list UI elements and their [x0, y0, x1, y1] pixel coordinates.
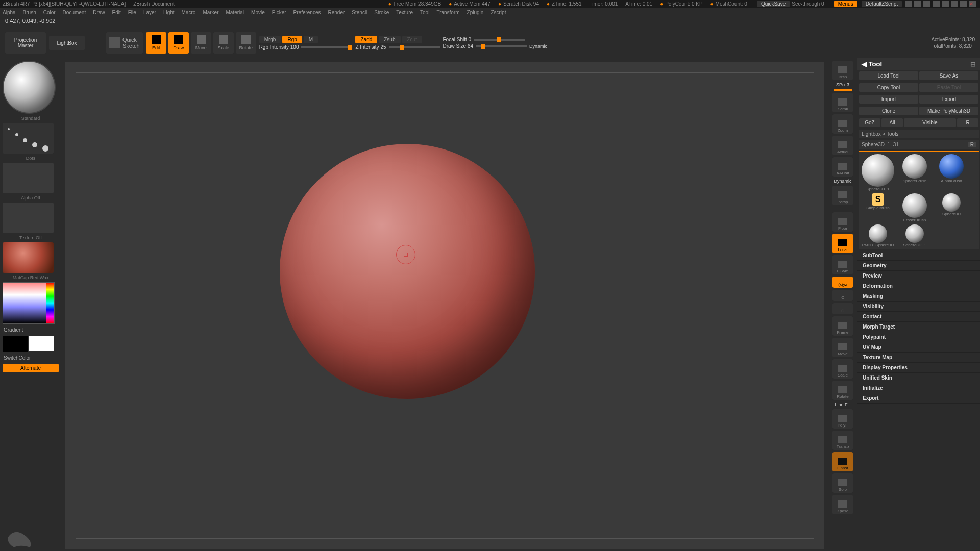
goz-r-button[interactable]: R [957, 118, 978, 127]
swatch-white[interactable] [29, 336, 54, 351]
local-button[interactable]: Local [832, 234, 853, 253]
load-tool-button[interactable]: Load Tool [859, 71, 918, 80]
panel-pin-icon[interactable]: ⊟ [970, 60, 976, 68]
alternate-button[interactable]: Alternate [3, 364, 59, 372]
menu-render[interactable]: Render [328, 10, 345, 15]
menu-edit[interactable]: Edit [112, 10, 121, 15]
goz-all-button[interactable]: All [881, 118, 903, 127]
y-button[interactable]: ⊙ [832, 290, 853, 301]
swatch-black[interactable] [3, 336, 28, 352]
window-icon[interactable] [933, 1, 940, 7]
draw-size-slider[interactable]: Draw Size 64Dynamic [443, 43, 547, 49]
scroll-button[interactable]: Scroll [832, 93, 853, 112]
menu-zplugin[interactable]: Zplugin [467, 10, 484, 15]
rotate-view-button[interactable]: Rotate [832, 381, 853, 400]
accordion-subtool[interactable]: SubTool [857, 251, 980, 261]
minimize-icon[interactable] [951, 1, 958, 7]
xpose-button[interactable]: Xpose [832, 495, 853, 514]
menus-toggle[interactable]: Menus [834, 1, 857, 7]
menu-layer[interactable]: Layer [143, 10, 156, 15]
clone-button[interactable]: Clone [859, 107, 918, 115]
polyf-button[interactable]: PolyF [832, 409, 853, 429]
window-icon[interactable] [923, 1, 930, 7]
tool-cell-AlphaBrush[interactable]: AlphaBrush [934, 154, 969, 191]
solo-button[interactable]: Solo [832, 473, 853, 493]
focal-shift-slider[interactable]: Focal Shift 0 [443, 37, 547, 42]
accordion-initialize[interactable]: Initialize [857, 383, 980, 393]
menu-movie[interactable]: Movie [251, 10, 265, 15]
tool-cell-Sphere3D_1[interactable]: Sphere3D_1 [897, 224, 932, 247]
accordion-polypaint[interactable]: Polypaint [857, 332, 980, 342]
goz-button[interactable]: GoZ [859, 118, 880, 127]
accordion-deformation[interactable]: Deformation [857, 281, 980, 291]
texture-slot[interactable] [3, 203, 54, 233]
save-as-button[interactable]: Save As [919, 71, 978, 80]
persp-button[interactable]: Persp [832, 186, 853, 205]
accordion-texture-map[interactable]: Texture Map [857, 353, 980, 363]
menu-stencil[interactable]: Stencil [352, 10, 367, 15]
z-intensity-slider[interactable]: Z Intensity 25 [355, 44, 439, 50]
actual-button[interactable]: Actual [832, 136, 853, 155]
move-view-button[interactable]: Move [832, 338, 853, 357]
accordion-unified-skin[interactable]: Unified Skin [857, 373, 980, 383]
mrgb-button[interactable]: Mrgb [259, 36, 281, 43]
tool-cell-EraserBrush[interactable]: EraserBrush [897, 193, 932, 222]
menu-texture[interactable]: Texture [396, 10, 413, 15]
transp-button[interactable]: Transp [832, 431, 853, 450]
stroke-preview[interactable] [3, 123, 54, 154]
switch-color-button[interactable]: SwitchColor [3, 354, 59, 362]
canvas-viewport[interactable] [65, 62, 824, 549]
window-icon[interactable] [905, 1, 912, 7]
tool-cell-Sphere3D[interactable]: Sphere3D [934, 193, 969, 222]
rgb-intensity-slider[interactable]: Rgb Intensity 100 [259, 44, 353, 50]
accordion-geometry[interactable]: Geometry [857, 261, 980, 271]
maximize-icon[interactable] [960, 1, 967, 7]
color-picker[interactable] [3, 282, 55, 324]
menu-draw[interactable]: Draw [93, 10, 105, 15]
z-button[interactable]: ⊙ [832, 303, 853, 314]
lightbox-tools-button[interactable]: Lightbox > Tools [859, 130, 979, 138]
zoom-button[interactable]: Zoom [832, 114, 853, 134]
menu-file[interactable]: File [128, 10, 136, 15]
menu-marker[interactable]: Marker [203, 10, 218, 15]
tool-r-button[interactable]: R [968, 142, 976, 147]
projection-master-button[interactable]: ProjectionMaster [5, 32, 46, 54]
material-preview[interactable] [3, 242, 54, 273]
frame-button[interactable]: Frame [832, 316, 853, 336]
menu-transform[interactable]: Transform [436, 10, 459, 15]
menu-tool[interactable]: Tool [420, 10, 429, 15]
import-button[interactable]: Import [859, 95, 918, 104]
brush-shelf-button[interactable]: Brsh [832, 61, 853, 80]
tool-cell-SimpleBrush[interactable]: SSimpleBrush [861, 193, 895, 222]
quicksave-button[interactable]: QuickSave [757, 1, 790, 7]
copy-tool-button[interactable]: Copy Tool [859, 83, 918, 92]
accordion-contact[interactable]: Contact [857, 312, 980, 322]
sphere-mesh[interactable] [280, 144, 535, 399]
accordion-preview[interactable]: Preview [857, 271, 980, 281]
alpha-slot[interactable] [3, 163, 54, 193]
xyz-button[interactable]: (x)yz [832, 277, 853, 288]
menu-zscript[interactable]: Zscript [491, 10, 506, 15]
gradient-toggle[interactable]: Gradient [3, 326, 59, 334]
menu-document[interactable]: Document [63, 10, 86, 15]
rotate-mode-button[interactable]: Rotate [236, 32, 256, 54]
accordion-morph-target[interactable]: Morph Target [857, 322, 980, 332]
accordion-export[interactable]: Export [857, 393, 980, 404]
draw-mode-button[interactable]: Draw [168, 32, 189, 54]
tool-cell-SphereBrush[interactable]: SphereBrush [897, 154, 932, 191]
menu-light[interactable]: Light [163, 10, 175, 15]
menu-picker[interactable]: Picker [272, 10, 286, 15]
zadd-button[interactable]: Zadd [355, 36, 377, 43]
menu-material[interactable]: Material [226, 10, 244, 15]
scale-mode-button[interactable]: Scale [213, 32, 234, 54]
m-button[interactable]: M [304, 36, 318, 43]
window-icon[interactable] [942, 1, 949, 7]
tool-cell-PM3D_Sphere3D[interactable]: PM3D_Sphere3D [861, 224, 895, 247]
move-mode-button[interactable]: Move [191, 32, 211, 54]
menu-macro[interactable]: Macro [182, 10, 196, 15]
zcut-button[interactable]: Zcut [402, 36, 422, 43]
script-button[interactable]: DefaultZScript [862, 1, 902, 7]
accordion-masking[interactable]: Masking [857, 291, 980, 302]
goz-visible-button[interactable]: Visible [904, 118, 956, 127]
menu-preferences[interactable]: Preferences [293, 10, 321, 15]
